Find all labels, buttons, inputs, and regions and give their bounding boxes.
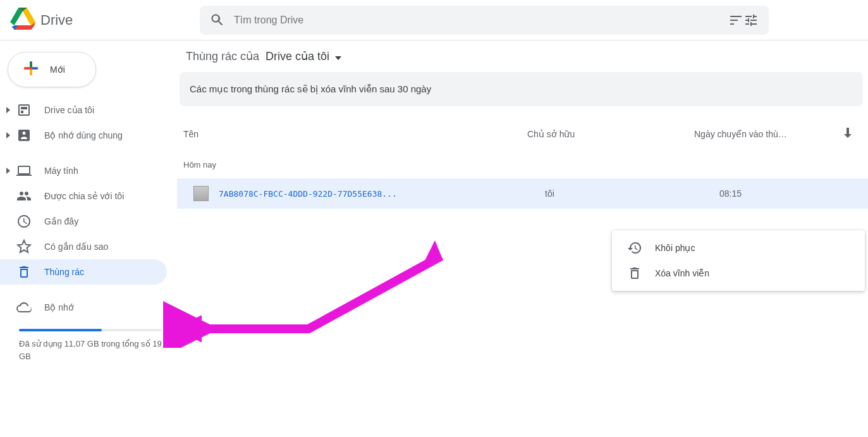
breadcrumb: Thùng rác của Drive của tôi	[177, 49, 868, 72]
sidebar-item-label: Bộ nhớ dùng chung	[44, 130, 123, 140]
menu-item-delete-forever[interactable]: Xóa vĩnh viễn	[612, 261, 865, 286]
computer-icon	[16, 163, 32, 178]
sidebar-item-label: Được chia sẻ với tôi	[44, 191, 124, 201]
file-owner: tôi	[545, 188, 709, 199]
shared-drives-icon	[16, 128, 32, 143]
people-icon	[16, 188, 32, 204]
storage-text: Đã sử dụng 11,07 GB trong tổng số 19 GB	[19, 338, 162, 362]
group-label: Hôm nay	[177, 150, 868, 178]
app-name: Drive	[40, 12, 73, 28]
main-area: Thùng rác của Drive của tôi Các mục tron…	[177, 40, 868, 437]
sidebar-item-label: Máy tính	[44, 166, 78, 176]
column-header-date[interactable]: Ngày chuyển vào thù…	[694, 129, 838, 139]
menu-item-restore[interactable]: Khôi phục	[612, 235, 865, 261]
sidebar-item-starred[interactable]: Có gắn dấu sao	[0, 234, 167, 259]
sidebar-item-label: Có gắn dấu sao	[44, 242, 108, 252]
sidebar-item-computers[interactable]: Máy tính	[0, 158, 167, 183]
sidebar-item-mydrive[interactable]: Drive của tôi	[0, 97, 167, 123]
storage-block: Đã sử dụng 11,07 GB trong tổng số 19 GB	[19, 329, 162, 362]
restore-icon	[627, 240, 642, 255]
sort-arrow-down-icon[interactable]	[840, 125, 855, 142]
search-input[interactable]	[234, 15, 728, 26]
mydrive-icon	[16, 102, 32, 118]
tune-icon[interactable]	[743, 13, 759, 28]
file-name: 7AB8078C-FBCC-4DDD-922D-77D55E638...	[219, 189, 535, 199]
caret-down-icon	[335, 50, 341, 63]
logo-wrap[interactable]: Drive	[10, 8, 187, 33]
breadcrumb-current[interactable]: Drive của tôi	[266, 49, 341, 63]
sidebar-item-label: Thùng rác	[44, 267, 84, 277]
star-icon	[16, 239, 32, 254]
sidebar-item-trash[interactable]: Thùng rác	[0, 259, 167, 285]
topbar: Drive	[0, 0, 868, 40]
column-header-owner[interactable]: Chủ sở hữu	[527, 129, 692, 139]
context-menu: Khôi phục Xóa vĩnh viễn	[612, 230, 865, 291]
sidebar-item-label: Drive của tôi	[44, 105, 94, 115]
cloud-icon	[16, 300, 32, 315]
file-date: 08:15	[719, 188, 742, 199]
search-icon[interactable]	[210, 13, 225, 28]
storage-bar-fill	[19, 329, 102, 331]
menu-item-label: Xóa vĩnh viễn	[655, 268, 709, 278]
sidebar-item-recent[interactable]: Gần đây	[0, 209, 167, 234]
new-button[interactable]: Mới	[8, 52, 96, 87]
search-bar[interactable]	[200, 6, 769, 35]
clock-icon	[16, 214, 32, 229]
menu-item-label: Khôi phục	[655, 243, 695, 253]
sidebar: Mới Drive của tôi Bộ nhớ dùng chung Máy …	[0, 40, 177, 437]
sidebar-item-storage[interactable]: Bộ nhớ	[0, 295, 167, 320]
nav-list: Drive của tôi Bộ nhớ dùng chung Máy tính…	[0, 97, 177, 320]
body: Mới Drive của tôi Bộ nhớ dùng chung Máy …	[0, 40, 868, 437]
sidebar-item-label: Gần đây	[44, 216, 78, 226]
plus-icon	[21, 58, 41, 82]
breadcrumb-current-label: Drive của tôi	[266, 50, 329, 63]
column-headers: Tên Chủ sở hữu Ngày chuyển vào thù…	[177, 118, 868, 150]
sidebar-item-shared-with-me[interactable]: Được chia sẻ với tôi	[0, 183, 167, 209]
storage-bar	[19, 329, 162, 331]
trash-info-banner: Các mục trong thùng rác sẽ bị xóa vĩnh v…	[180, 72, 863, 106]
column-header-name[interactable]: Tên	[183, 129, 525, 139]
file-thumbnail-icon	[193, 186, 209, 201]
sidebar-item-shared-drives[interactable]: Bộ nhớ dùng chung	[0, 123, 167, 148]
new-button-label: Mới	[50, 65, 65, 75]
drive-logo-icon	[10, 8, 35, 33]
delete-forever-icon	[627, 266, 642, 281]
breadcrumb-prefix: Thùng rác của	[186, 49, 259, 63]
sidebar-item-label: Bộ nhớ	[44, 302, 74, 312]
trash-icon	[16, 264, 32, 280]
search-options-icon[interactable]	[728, 13, 743, 28]
file-row[interactable]: 7AB8078C-FBCC-4DDD-922D-77D55E638... tôi…	[177, 178, 868, 209]
